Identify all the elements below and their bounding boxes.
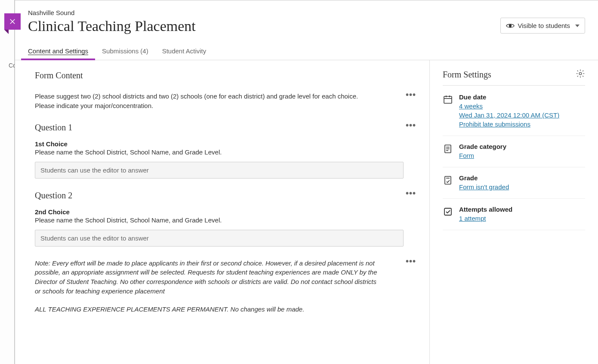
calendar-icon <box>443 93 453 129</box>
svg-rect-12 <box>445 176 451 184</box>
eye-icon <box>506 23 515 29</box>
main-panel: Nashville Sound Clinical Teaching Placem… <box>15 0 598 364</box>
answer-editor[interactable]: Students can use the editor to answer <box>35 162 404 179</box>
visibility-dropdown[interactable]: Visible to students <box>500 18 585 34</box>
form-settings-column: Form Settings Due date 4 weeks Wed Jan 3… <box>429 60 598 364</box>
grade-link[interactable]: Form isn't graded <box>459 182 585 191</box>
grade-icon <box>443 174 453 191</box>
late-submissions-link[interactable]: Prohibit late submissions <box>459 120 585 129</box>
note-text: Note: Every effort will be made to place… <box>35 259 383 296</box>
more-icon: ••• <box>406 188 416 198</box>
page-title: Clinical Teaching Placement <box>28 18 500 34</box>
tab-label: Student Activity <box>162 47 207 55</box>
overflow-menu-button[interactable]: ••• <box>404 255 417 268</box>
visibility-label: Visible to students <box>518 22 570 29</box>
form-content-column: Form Content ••• Please suggest two (2) … <box>15 60 429 364</box>
question-subtitle: 2nd Choice <box>35 208 404 216</box>
question-1-block: ••• Question 1 1st Choice Please name th… <box>35 123 429 179</box>
question-2-block: ••• Question 2 2nd Choice Please name th… <box>35 191 429 247</box>
attempts-link[interactable]: 1 attempt <box>459 214 585 223</box>
setting-grade-category: Grade category Form <box>443 143 585 167</box>
overflow-menu-button[interactable]: ••• <box>404 88 417 101</box>
header-left: Nashville Sound Clinical Teaching Placem… <box>28 9 500 34</box>
svg-rect-4 <box>444 96 452 103</box>
document-icon <box>443 143 453 160</box>
grade-category-label: Grade category <box>459 143 585 150</box>
settings-header: Form Settings <box>443 69 585 86</box>
note-block: ••• Note: Every effort will be made to p… <box>35 259 429 314</box>
tabs: Content and Settings Submissions (4) Stu… <box>15 44 598 60</box>
question-title: Question 1 <box>35 123 404 133</box>
setting-attempts: Attempts allowed 1 attempt <box>443 206 585 230</box>
course-name: Nashville Sound <box>28 9 500 16</box>
tab-label: Content and Settings <box>28 47 88 55</box>
close-button[interactable] <box>4 13 21 30</box>
content-area: Form Content ••• Please suggest two (2) … <box>15 60 598 364</box>
overflow-menu-button[interactable]: ••• <box>404 119 417 132</box>
settings-gear-button[interactable] <box>576 69 585 80</box>
more-icon: ••• <box>406 120 416 130</box>
svg-rect-14 <box>444 208 451 215</box>
form-content-heading: Form Content <box>35 71 429 80</box>
question-subtitle: 1st Choice <box>35 140 404 148</box>
due-date-relative-link[interactable]: 4 weeks <box>459 102 585 111</box>
question-prompt: Please name the School District, School … <box>35 216 404 224</box>
svg-point-2 <box>509 25 511 27</box>
overflow-menu-button[interactable]: ••• <box>404 187 417 200</box>
tab-student-activity[interactable]: Student Activity <box>155 44 213 60</box>
due-date-label: Due date <box>459 93 585 101</box>
close-icon <box>9 18 16 25</box>
question-prompt: Please name the School District, School … <box>35 148 404 156</box>
more-icon: ••• <box>406 256 416 266</box>
header: Nashville Sound Clinical Teaching Placem… <box>15 0 598 34</box>
intro-block: ••• Please suggest two (2) school distri… <box>35 92 429 111</box>
setting-grade: Grade Form isn't graded <box>443 174 585 199</box>
tab-label: Submissions (4) <box>102 47 148 55</box>
tab-submissions[interactable]: Submissions (4) <box>95 44 155 60</box>
svg-point-3 <box>579 72 582 75</box>
attempts-label: Attempts allowed <box>459 206 585 213</box>
setting-due-date: Due date 4 weeks Wed Jan 31, 2024 12:00 … <box>443 93 585 136</box>
form-settings-heading: Form Settings <box>443 70 491 80</box>
note-text: ALL TEACHING EXPERIENCE PLACEMENTS ARE P… <box>35 305 383 314</box>
grade-label: Grade <box>459 174 585 182</box>
due-date-absolute-link[interactable]: Wed Jan 31, 2024 12:00 AM (CST) <box>459 111 585 120</box>
intro-text: Please suggest two (2) school districts … <box>35 92 370 111</box>
backdrop-text: Co <box>9 62 14 69</box>
gear-icon <box>576 69 585 78</box>
backdrop-panel: N Co <box>0 0 15 364</box>
checkbox-icon <box>443 206 453 223</box>
more-icon: ••• <box>406 90 416 100</box>
tab-content-settings[interactable]: Content and Settings <box>21 44 95 60</box>
answer-editor[interactable]: Students can use the editor to answer <box>35 230 404 247</box>
question-title: Question 2 <box>35 191 404 201</box>
grade-category-link[interactable]: Form <box>459 151 585 160</box>
chevron-down-icon <box>575 25 580 27</box>
